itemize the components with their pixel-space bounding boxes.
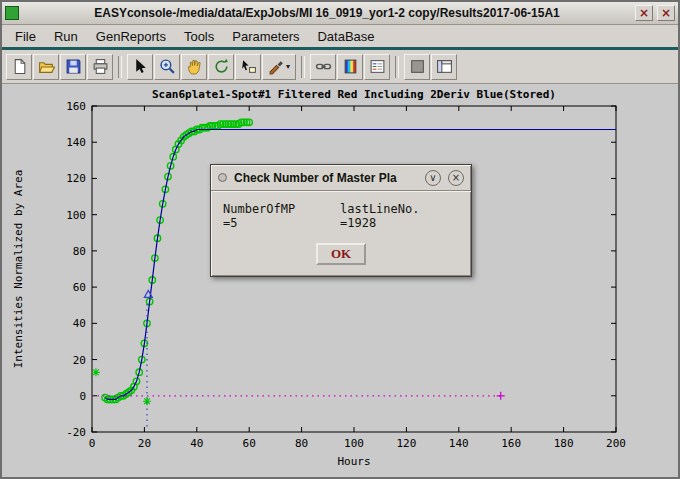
dialog-title: Check Number of Master Pla xyxy=(234,171,418,185)
menu-file[interactable]: File xyxy=(6,27,45,46)
svg-text:0: 0 xyxy=(89,437,96,450)
zoom-in-button[interactable] xyxy=(154,54,180,80)
dialog-title-bar: Check Number of Master Pla ∨ × xyxy=(211,165,471,191)
menu-parameters[interactable]: Parameters xyxy=(223,27,308,46)
app-window: EASYconsole-/media/data/ExpJobs/MI 16_09… xyxy=(0,0,680,479)
print-button[interactable] xyxy=(87,54,113,80)
open-file-button[interactable] xyxy=(33,54,59,80)
menu-run[interactable]: Run xyxy=(45,27,87,46)
svg-text:180: 180 xyxy=(554,437,574,450)
dropdown-arrow-icon: ▾ xyxy=(286,62,290,71)
new-document-button[interactable] xyxy=(6,54,32,80)
svg-text:80: 80 xyxy=(295,437,308,450)
link-plots-button[interactable] xyxy=(310,54,336,80)
toolbar-separator xyxy=(118,56,122,78)
svg-text:40: 40 xyxy=(73,317,86,330)
x-axis-label: Hours xyxy=(337,455,370,468)
colorbar-icon xyxy=(342,58,359,75)
svg-text:140: 140 xyxy=(449,437,469,450)
svg-text:20: 20 xyxy=(138,437,151,450)
dialog-collapse-button[interactable]: ∨ xyxy=(425,170,441,186)
zoom-in-icon xyxy=(159,58,176,75)
dialog-message: NumberOfMP =5 lastLineNo. =1928 xyxy=(223,202,459,230)
dialog-check-number-of-master-plates: Check Number of Master Pla ∨ × NumberOfM… xyxy=(210,164,472,277)
dialog-body: NumberOfMP =5 lastLineNo. =1928 OK xyxy=(211,191,471,276)
menu-bar: File Run GenReports Tools Parameters Dat… xyxy=(2,25,678,50)
ok-button[interactable]: OK xyxy=(316,243,366,265)
chain-link-icon xyxy=(315,58,332,75)
gray-square-icon xyxy=(409,58,426,75)
rotate-3d-button[interactable] xyxy=(208,54,234,80)
insert-colorbar-button[interactable] xyxy=(337,54,363,80)
window-title: EASYconsole-/media/data/ExpJobs/MI 16_09… xyxy=(23,6,631,20)
new-document-icon xyxy=(11,58,28,75)
save-floppy-icon xyxy=(65,58,82,75)
svg-text:60: 60 xyxy=(243,437,256,450)
svg-text:120: 120 xyxy=(396,437,416,450)
svg-text:60: 60 xyxy=(73,281,86,294)
data-cursor-button[interactable] xyxy=(235,54,261,80)
svg-text:160: 160 xyxy=(501,437,521,450)
save-button[interactable] xyxy=(60,54,86,80)
dialog-close-button[interactable]: × xyxy=(448,170,464,186)
toolbar-separator xyxy=(395,56,399,78)
menu-genreports[interactable]: GenReports xyxy=(87,27,175,46)
rotate-icon xyxy=(213,58,230,75)
title-bar: EASYconsole-/media/data/ExpJobs/MI 16_09… xyxy=(2,2,678,25)
number-of-mp-value: NumberOfMP =5 xyxy=(223,202,314,230)
dialog-icon xyxy=(218,173,227,182)
show-plot-tools-button[interactable] xyxy=(431,54,457,80)
plot-svg: Scan6plate1-Spot#1 Filtered Red Includin… xyxy=(2,84,678,478)
data-cursor-icon xyxy=(240,58,257,75)
y-axis-label: Intensities Normalized by Area xyxy=(12,170,25,369)
toolbar-separator xyxy=(301,56,305,78)
brush-icon xyxy=(268,58,285,75)
hand-icon xyxy=(186,58,203,75)
printer-icon xyxy=(92,58,109,75)
hide-plot-tools-button[interactable] xyxy=(404,54,430,80)
svg-text:100: 100 xyxy=(66,209,86,222)
svg-text:100: 100 xyxy=(344,437,364,450)
last-line-no-value: lastLineNo. =1928 xyxy=(340,202,459,230)
arrow-cursor-icon xyxy=(132,58,149,75)
pan-hand-button[interactable] xyxy=(181,54,207,80)
edit-plot-button[interactable] xyxy=(127,54,153,80)
svg-text:40: 40 xyxy=(190,437,203,450)
layout-panes-icon xyxy=(436,58,453,75)
minimize-button[interactable]: × xyxy=(635,5,653,21)
insert-legend-button[interactable] xyxy=(364,54,390,80)
svg-text:120: 120 xyxy=(66,172,86,185)
svg-text:20: 20 xyxy=(73,354,86,367)
app-icon xyxy=(5,6,19,20)
chart-title: Scan6plate1-Spot#1 Filtered Red Includin… xyxy=(152,88,556,101)
svg-text:-20: -20 xyxy=(66,426,86,439)
svg-text:140: 140 xyxy=(66,136,86,149)
svg-text:200: 200 xyxy=(606,437,626,450)
svg-text:160: 160 xyxy=(66,100,86,113)
close-button[interactable]: × xyxy=(657,5,675,21)
svg-text:0: 0 xyxy=(79,390,86,403)
open-folder-icon xyxy=(38,58,55,75)
svg-text:80: 80 xyxy=(73,245,86,258)
menu-database[interactable]: DataBase xyxy=(308,27,383,46)
menu-tools[interactable]: Tools xyxy=(175,27,223,46)
figure-canvas[interactable]: Scan6plate1-Spot#1 Filtered Red Includin… xyxy=(2,84,678,478)
brush-data-button[interactable]: ▾ xyxy=(262,54,296,80)
legend-icon xyxy=(369,58,386,75)
toolbar: ▾ xyxy=(2,50,678,84)
